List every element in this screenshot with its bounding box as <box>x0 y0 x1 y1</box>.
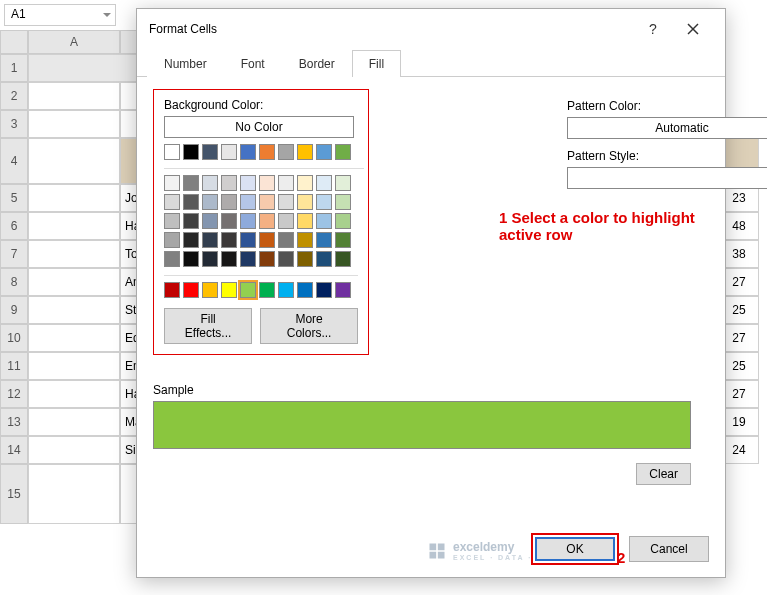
row-header[interactable]: 10 <box>0 324 28 352</box>
more-colors-button[interactable]: More Colors... <box>260 308 358 344</box>
color-swatch[interactable] <box>202 194 218 210</box>
color-swatch[interactable] <box>221 232 237 248</box>
cell[interactable] <box>28 352 120 380</box>
tab-border[interactable]: Border <box>282 50 352 77</box>
color-swatch[interactable] <box>221 251 237 267</box>
row-header[interactable]: 9 <box>0 296 28 324</box>
color-swatch[interactable] <box>316 282 332 298</box>
color-swatch[interactable] <box>221 175 237 191</box>
color-swatch[interactable] <box>221 144 237 160</box>
color-swatch[interactable] <box>164 175 180 191</box>
color-swatch[interactable] <box>202 282 218 298</box>
color-swatch[interactable] <box>202 213 218 229</box>
row-header[interactable]: 6 <box>0 212 28 240</box>
color-swatch[interactable] <box>316 175 332 191</box>
color-swatch[interactable] <box>202 251 218 267</box>
color-swatch[interactable] <box>297 251 313 267</box>
col-header-a[interactable]: A <box>28 30 120 54</box>
color-swatch[interactable] <box>297 282 313 298</box>
color-swatch[interactable] <box>316 144 332 160</box>
select-all-corner[interactable] <box>0 30 28 54</box>
tab-number[interactable]: Number <box>147 50 224 77</box>
color-swatch[interactable] <box>335 175 351 191</box>
color-swatch[interactable] <box>164 251 180 267</box>
color-swatch[interactable] <box>202 144 218 160</box>
color-swatch[interactable] <box>278 194 294 210</box>
color-swatch[interactable] <box>278 144 294 160</box>
row-header[interactable]: 11 <box>0 352 28 380</box>
color-swatch[interactable] <box>221 282 237 298</box>
color-swatch[interactable] <box>164 213 180 229</box>
color-swatch[interactable] <box>297 232 313 248</box>
cell[interactable] <box>28 138 120 184</box>
clear-button[interactable]: Clear <box>636 463 691 485</box>
row-header[interactable]: 14 <box>0 436 28 464</box>
pattern-style-combo[interactable] <box>567 167 767 189</box>
color-swatch[interactable] <box>240 144 256 160</box>
color-swatch[interactable] <box>240 175 256 191</box>
color-swatch[interactable] <box>183 251 199 267</box>
color-swatch[interactable] <box>164 232 180 248</box>
color-swatch[interactable] <box>202 232 218 248</box>
color-swatch[interactable] <box>259 144 275 160</box>
pattern-color-combo[interactable]: Automatic <box>567 117 767 139</box>
color-swatch[interactable] <box>335 144 351 160</box>
color-swatch[interactable] <box>221 213 237 229</box>
color-swatch[interactable] <box>164 144 180 160</box>
color-swatch[interactable] <box>183 232 199 248</box>
row-header[interactable]: 2 <box>0 82 28 110</box>
color-swatch[interactable] <box>183 144 199 160</box>
color-swatch[interactable] <box>183 282 199 298</box>
color-swatch[interactable] <box>202 175 218 191</box>
color-swatch[interactable] <box>259 213 275 229</box>
row-header[interactable]: 8 <box>0 268 28 296</box>
row-header[interactable]: 1 <box>0 54 28 82</box>
color-swatch[interactable] <box>297 144 313 160</box>
color-swatch[interactable] <box>259 282 275 298</box>
color-swatch[interactable] <box>164 282 180 298</box>
row-header[interactable]: 3 <box>0 110 28 138</box>
cell[interactable] <box>28 408 120 436</box>
color-swatch[interactable] <box>240 282 256 298</box>
cell[interactable] <box>28 436 120 464</box>
color-swatch[interactable] <box>240 213 256 229</box>
color-swatch[interactable] <box>335 213 351 229</box>
color-swatch[interactable] <box>335 194 351 210</box>
color-swatch[interactable] <box>278 175 294 191</box>
color-swatch[interactable] <box>259 232 275 248</box>
cell[interactable] <box>28 380 120 408</box>
close-button[interactable] <box>673 9 713 49</box>
color-swatch[interactable] <box>183 194 199 210</box>
row-header[interactable]: 7 <box>0 240 28 268</box>
color-swatch[interactable] <box>278 282 294 298</box>
no-color-button[interactable]: No Color <box>164 116 354 138</box>
tab-fill[interactable]: Fill <box>352 50 401 77</box>
color-swatch[interactable] <box>240 194 256 210</box>
cancel-button[interactable]: Cancel <box>629 536 709 562</box>
color-swatch[interactable] <box>278 251 294 267</box>
color-swatch[interactable] <box>259 194 275 210</box>
ok-button[interactable]: OK <box>535 537 615 561</box>
cell[interactable] <box>28 464 120 524</box>
cell[interactable] <box>28 82 120 110</box>
color-swatch[interactable] <box>221 194 237 210</box>
cell[interactable] <box>28 268 120 296</box>
cell[interactable] <box>28 212 120 240</box>
color-swatch[interactable] <box>259 251 275 267</box>
color-swatch[interactable] <box>335 232 351 248</box>
color-swatch[interactable] <box>316 194 332 210</box>
row-header[interactable]: 4 <box>0 138 28 184</box>
color-swatch[interactable] <box>164 194 180 210</box>
color-swatch[interactable] <box>297 194 313 210</box>
color-swatch[interactable] <box>278 213 294 229</box>
tab-font[interactable]: Font <box>224 50 282 77</box>
color-swatch[interactable] <box>316 213 332 229</box>
row-header[interactable]: 15 <box>0 464 28 524</box>
cell[interactable] <box>28 296 120 324</box>
color-swatch[interactable] <box>316 251 332 267</box>
color-swatch[interactable] <box>316 232 332 248</box>
color-swatch[interactable] <box>297 213 313 229</box>
cell[interactable] <box>28 110 120 138</box>
color-swatch[interactable] <box>259 175 275 191</box>
color-swatch[interactable] <box>297 175 313 191</box>
